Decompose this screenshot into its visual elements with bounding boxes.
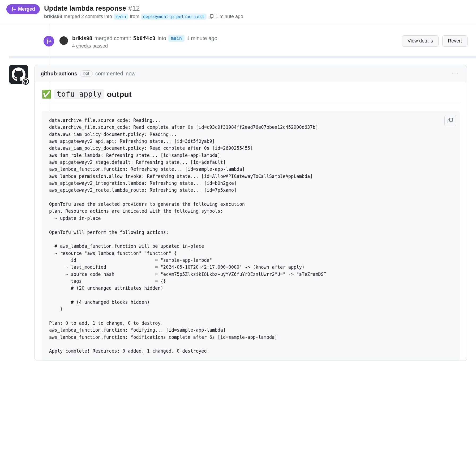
head-branch-chip[interactable]: deployment-pipeline-test [141,14,207,20]
status-badge-merged: Merged [6,4,40,14]
timeline-divider [9,56,476,58]
commit-sha-link[interactable]: 5b8f4c3 [133,35,155,41]
merge-actions: View details Revert [402,35,468,47]
github-actions-avatar[interactable] [9,65,28,84]
copy-icon [448,118,453,123]
merge-meta-line: brikis98 merged 2 commits into main from… [44,14,470,20]
copy-branch-button[interactable] [208,14,214,20]
github-actions-sub-badge [22,78,30,85]
comment-time[interactable]: now [126,71,136,77]
check-mark-emoji: ✅ [42,89,52,99]
header-texts: Update lambda response #12 brikis98 merg… [44,4,470,20]
git-merge-icon [11,7,16,12]
output-suffix: output [107,90,132,99]
author-link[interactable]: brikis98 [44,14,62,19]
output-title: ✅ tofu apply output [42,89,460,104]
merge-event-text: brikis98 merged commit 5b8f4c3 into main… [72,35,398,49]
comment-header: github-actions bot commented now ··· [35,65,467,82]
git-merge-icon [46,38,52,44]
bot-badge: bot [80,70,93,77]
avatar[interactable] [59,36,68,45]
comment-row: github-actions bot commented now ··· ✅ t… [0,58,476,361]
view-details-button[interactable]: View details [402,35,439,47]
comment-body: ✅ tofu apply output data.archive_file.so… [35,82,467,361]
merge-time-ago: 1 minute ago [187,35,217,41]
status-label: Merged [18,6,35,12]
output-command: tofu apply [54,89,104,99]
comment-verb: commented [95,71,123,77]
timeline: brikis98 merged commit 5b8f4c3 into main… [0,24,476,361]
header-time-ago: 1 minute ago [216,14,243,19]
github-logo-icon [23,79,28,84]
copy-icon [209,14,213,19]
pr-title-line: Update lambda response #12 [44,4,470,12]
from-label: from [130,14,139,19]
pr-header: Merged Update lambda response #12 brikis… [0,0,476,24]
pr-title[interactable]: Update lambda response [44,4,126,12]
merge-text-1: merged commit [95,35,131,41]
checks-passed-text[interactable]: 4 checks passed [72,43,398,49]
merge-text-2: into [158,35,166,41]
pr-number: #12 [128,4,140,12]
revert-button[interactable]: Revert [442,35,468,47]
merge-verb: merged 2 commits into [64,14,112,19]
author-link[interactable]: brikis98 [72,35,92,41]
comment-author-link[interactable]: github-actions [41,71,77,77]
target-branch-chip[interactable]: main [168,35,185,42]
code-block-wrapper: data.archive_file.source_code: Reading..… [42,111,460,361]
comment-container: github-actions bot commented now ··· ✅ t… [35,65,467,361]
merge-event-badge [42,35,55,48]
base-branch-chip[interactable]: main [114,14,128,20]
comment-kebab-menu[interactable]: ··· [450,69,461,78]
copy-code-button[interactable] [444,115,456,126]
merge-event: brikis98 merged commit 5b8f4c3 into main… [0,29,476,56]
code-output[interactable]: data.archive_file.source_code: Reading..… [42,111,460,361]
